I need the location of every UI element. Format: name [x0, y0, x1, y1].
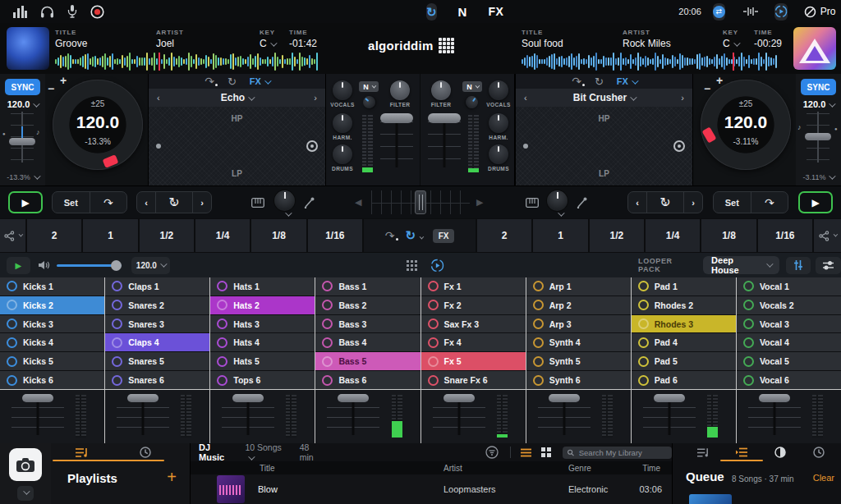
sample-volume-fader[interactable]: [113, 394, 172, 440]
pad-cell[interactable]: Bass 5: [315, 352, 420, 370]
pad-cell[interactable]: Vocal 4: [737, 333, 841, 351]
search-input[interactable]: [577, 447, 667, 458]
pad-cell[interactable]: Snares 2: [105, 296, 209, 314]
view-grid-button[interactable]: [541, 447, 551, 457]
sample-volume-fader[interactable]: [745, 394, 804, 440]
channel2-volume-fader[interactable]: [426, 113, 462, 171]
beat-division-cell[interactable]: 2: [27, 219, 81, 252]
library-source-title[interactable]: DJ Music: [199, 442, 237, 462]
song-row[interactable]: Blow Loopmasters Electronic 03:06: [191, 474, 672, 504]
deck1-cue-jump-button[interactable]: ↷: [90, 192, 127, 213]
needle-icon[interactable]: [304, 197, 315, 208]
loop-toggle-button[interactable]: ↻4: [155, 192, 192, 213]
loop-toggle-button[interactable]: ↻4: [646, 192, 683, 213]
eq-levels-icon[interactable]: [13, 6, 27, 18]
drums-knob[interactable]: [489, 144, 508, 164]
looper-volume-slider[interactable]: [57, 260, 122, 271]
looper-play-button[interactable]: ▶: [7, 257, 30, 274]
harmonics-knob[interactable]: [489, 113, 508, 133]
pad-cell[interactable]: Pad 5: [632, 352, 736, 370]
pad-cell[interactable]: Snares 6: [105, 371, 209, 389]
sample-volume-fader[interactable]: [640, 394, 699, 440]
pad-cell[interactable]: Hats 3: [210, 315, 315, 333]
beat-skip-left-icon[interactable]: ◀: [355, 197, 361, 208]
deck2-fx-select[interactable]: FX: [617, 76, 636, 86]
beat-division-cell[interactable]: 1: [533, 219, 587, 252]
fader-handle[interactable]: [654, 394, 685, 402]
sample-volume-fader[interactable]: [430, 394, 489, 440]
tempo-slider-handle[interactable]: [9, 138, 35, 145]
beat-division-cell[interactable]: 1/16: [308, 219, 362, 252]
crossfader[interactable]: [371, 190, 470, 214]
pad-cell[interactable]: Fx 2: [421, 296, 526, 314]
pad-cell[interactable]: Snares 5: [105, 352, 209, 370]
pad-cell[interactable]: Arp 3: [526, 315, 631, 333]
pad-cell[interactable]: Snares 3: [105, 315, 209, 333]
microphone-icon[interactable]: [67, 5, 77, 18]
needle-icon[interactable]: [577, 197, 587, 208]
pad-cell[interactable]: Synth 4: [526, 333, 631, 351]
deck2-fx-xy-pad[interactable]: HP LP: [516, 107, 692, 186]
pad-cell[interactable]: Vocal 6: [737, 371, 841, 389]
fx-toolbar-button[interactable]: FX: [488, 5, 503, 18]
cue-jump-icon[interactable]: ↷: [385, 229, 395, 242]
loop-icon[interactable]: ↻: [595, 76, 604, 88]
deck2-set-cue-button[interactable]: Set: [714, 192, 751, 213]
pad-cell[interactable]: Vocal 5: [737, 352, 841, 370]
deck1-tempo-slider[interactable]: [11, 112, 34, 163]
loop-mode-button[interactable]: ↻: [406, 228, 423, 243]
tab-history[interactable]: [813, 447, 825, 458]
beat-division-cell[interactable]: 1/8: [701, 219, 756, 252]
beat-division-cell[interactable]: 1/4: [195, 219, 250, 252]
deck1-jog-wheel[interactable]: ±25 120.0 -13.3%: [53, 80, 143, 170]
eq-mini-knob[interactable]: [463, 94, 480, 111]
fader-handle[interactable]: [232, 394, 264, 402]
neural-mix-logo[interactable]: N: [458, 5, 467, 19]
pad-cell[interactable]: Pad 1: [632, 277, 736, 296]
pad-cell[interactable]: Bass 1: [315, 277, 420, 296]
fx-prev-button[interactable]: ‹: [524, 93, 527, 103]
fx-prev-button[interactable]: ‹: [157, 93, 160, 103]
deck1-album-art[interactable]: [7, 27, 49, 70]
cue-jump-icon[interactable]: ↷: [205, 75, 214, 88]
beat-division-cell[interactable]: 1/2: [590, 219, 644, 252]
looper-mixer-button[interactable]: [786, 257, 811, 274]
pad-cell[interactable]: Fx 5: [421, 352, 526, 370]
deck1-pitch-select[interactable]: -13.3%: [0, 173, 45, 181]
volume-fader-handle[interactable]: [428, 113, 461, 123]
pad-cell[interactable]: Hats 1: [210, 277, 315, 296]
deck1-bpm-select[interactable]: 120.0: [0, 99, 45, 109]
deck1-fx-select[interactable]: FX: [250, 76, 269, 86]
deck2-jog-wheel[interactable]: ±25 120.0 -3.11%: [701, 80, 791, 170]
pad-cell[interactable]: Hats 5: [210, 352, 315, 370]
tempo-slider-handle[interactable]: [805, 133, 831, 140]
pad-cell[interactable]: Kicks 5: [0, 352, 104, 370]
automix-button[interactable]: ⇄: [713, 3, 725, 21]
minus-button[interactable]: −: [48, 82, 54, 95]
pad-cell[interactable]: Kicks 6: [0, 371, 104, 389]
sample-volume-fader[interactable]: [8, 394, 67, 440]
deck2-filter-knob[interactable]: [547, 190, 568, 211]
headphones-icon[interactable]: [40, 6, 54, 18]
deck2-play-button[interactable]: ▶: [798, 191, 833, 213]
fx-next-button[interactable]: ›: [314, 93, 317, 103]
beat-division-cell[interactable]: 1/4: [646, 219, 700, 252]
pad-cell[interactable]: Pad 6: [632, 371, 736, 389]
deck2-sync-button[interactable]: SYNC: [801, 79, 836, 95]
looper-settings-button[interactable]: [816, 257, 841, 274]
looper-bpm-select[interactable]: 120.0: [131, 257, 170, 274]
beat-division-cell[interactable]: 1/8: [251, 219, 306, 252]
pad-cell[interactable]: Hats 4: [210, 333, 315, 351]
deck1-fx-xy-pad[interactable]: HP LP: [149, 107, 325, 186]
grid-view-icon[interactable]: [407, 260, 417, 271]
deck2-bpm-select[interactable]: 120.0: [796, 99, 841, 109]
tab-automix-disc[interactable]: [774, 447, 786, 458]
loop-decrease-button[interactable]: ‹: [628, 192, 646, 213]
pad-cell[interactable]: Fx 4: [421, 333, 526, 351]
fader-handle[interactable]: [22, 394, 53, 402]
deck2-waveform[interactable]: [522, 53, 779, 71]
fader-handle[interactable]: [127, 394, 159, 402]
beat-skip-right-icon[interactable]: ▶: [476, 197, 483, 208]
column-title[interactable]: Title: [260, 464, 275, 473]
collapse-chevron-button[interactable]: [17, 486, 34, 501]
